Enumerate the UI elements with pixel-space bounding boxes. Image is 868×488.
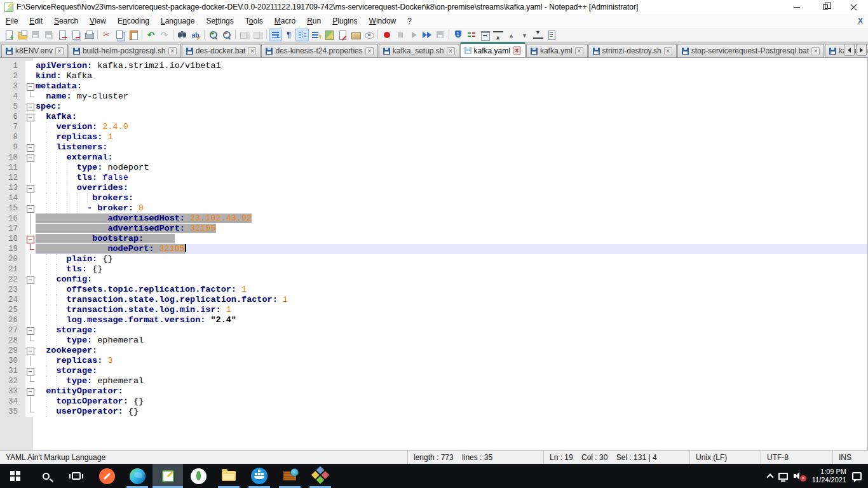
menu-item-view[interactable]: View bbox=[84, 15, 112, 27]
menu-item-macro[interactable]: Macro bbox=[269, 15, 301, 27]
task-view-button[interactable] bbox=[61, 464, 92, 488]
close-tab-icon[interactable]: × bbox=[575, 47, 583, 55]
macro-play-button[interactable] bbox=[407, 29, 420, 41]
postman-button[interactable] bbox=[92, 464, 122, 488]
collapse-all-button[interactable] bbox=[491, 29, 505, 41]
close-all-button[interactable] bbox=[69, 29, 82, 41]
code-line[interactable]: 13 overrides: bbox=[0, 183, 867, 193]
redo-button[interactable] bbox=[158, 29, 171, 41]
start-button[interactable] bbox=[0, 464, 31, 488]
fold-collapse-icon[interactable] bbox=[25, 366, 36, 376]
menu-item-settings[interactable]: Settings bbox=[200, 15, 239, 27]
code-line[interactable]: 12 tls: false bbox=[0, 173, 867, 183]
menu-item-run[interactable]: Run bbox=[301, 15, 327, 27]
paste-button[interactable] bbox=[126, 29, 140, 41]
code-line[interactable]: 23 offsets.topic.replication.factor: 1 bbox=[0, 285, 867, 295]
menu-item-window[interactable]: Window bbox=[363, 15, 402, 27]
document-list-button[interactable] bbox=[336, 29, 349, 41]
sync-vertical-button[interactable] bbox=[238, 29, 251, 41]
show-all-characters-button[interactable] bbox=[282, 29, 295, 41]
code-line[interactable]: 5spec: bbox=[0, 102, 867, 112]
volume-muted-icon[interactable]: × bbox=[794, 471, 806, 481]
document-map-button[interactable] bbox=[322, 29, 336, 41]
tab-des-docker-bat[interactable]: des-docker.bat× bbox=[182, 44, 261, 57]
fold-collapse-icon[interactable] bbox=[25, 112, 36, 122]
network-icon[interactable] bbox=[778, 473, 788, 480]
fold-collapse-icon[interactable] bbox=[25, 325, 36, 336]
close-tab-icon[interactable]: × bbox=[168, 47, 177, 55]
fold-collapse-icon[interactable] bbox=[25, 203, 36, 214]
close-button[interactable] bbox=[55, 29, 69, 41]
code-line[interactable]: 14 brokers: bbox=[0, 193, 867, 203]
code-line[interactable]: 31 storage: bbox=[0, 366, 867, 376]
bookmark-first-button[interactable] bbox=[451, 29, 465, 41]
menu-item-language[interactable]: Language bbox=[155, 15, 200, 27]
code-line[interactable]: 28 type: ephemeral bbox=[0, 336, 867, 346]
fold-collapse-icon[interactable] bbox=[25, 346, 36, 356]
tab-strimzi-destroy-sh[interactable]: strimzi-destroy.sh× bbox=[588, 44, 677, 57]
menu-item-item[interactable]: ? bbox=[402, 15, 417, 27]
tab-stop-servicerequest-postgresql-bat[interactable]: stop-servicerequest-Postgresql.bat× bbox=[677, 44, 824, 57]
macro-record-button[interactable] bbox=[380, 29, 393, 41]
fold-collapse-icon[interactable] bbox=[25, 81, 36, 92]
copy-button[interactable] bbox=[113, 29, 126, 41]
menu-item-edit[interactable]: Edit bbox=[24, 15, 48, 27]
code-line[interactable]: 32 type: ephemeral bbox=[0, 376, 867, 386]
folder-as-workspace-button[interactable] bbox=[349, 29, 362, 41]
sync-horizontal-button[interactable] bbox=[251, 29, 264, 41]
code-line[interactable]: 29 zookeeper: bbox=[0, 346, 867, 356]
close-tab-icon[interactable]: × bbox=[447, 47, 455, 55]
document-color-button[interactable] bbox=[545, 29, 558, 41]
macro-run-multiple-button[interactable] bbox=[420, 29, 433, 41]
find-button[interactable] bbox=[175, 29, 189, 41]
fold-collapse-icon[interactable] bbox=[25, 152, 36, 163]
code-line[interactable]: 24 transaction.state.log.replication.fac… bbox=[0, 295, 867, 305]
tray-chevron-icon[interactable] bbox=[766, 473, 773, 480]
action-center-icon[interactable] bbox=[852, 472, 862, 480]
save-button[interactable] bbox=[29, 29, 42, 41]
mongodb-button[interactable] bbox=[183, 464, 214, 488]
fold-level-button[interactable] bbox=[505, 29, 518, 41]
code-line[interactable]: 16 advertisedHost: 23.102.43.92 bbox=[0, 214, 867, 224]
menu-item-search[interactable]: Search bbox=[48, 15, 84, 27]
macro-stop-button[interactable] bbox=[393, 29, 407, 41]
print-button[interactable] bbox=[82, 29, 95, 41]
close-tab-icon[interactable]: × bbox=[664, 47, 672, 55]
code-line[interactable]: 17 advertisedPort: 32105 bbox=[0, 224, 867, 234]
function-list-button[interactable] bbox=[309, 29, 322, 41]
close-tab-icon[interactable]: × bbox=[248, 47, 256, 55]
open-file-button[interactable] bbox=[15, 29, 29, 41]
compare-results-button[interactable] bbox=[465, 29, 478, 41]
notepad-plus-plus-button[interactable] bbox=[153, 464, 183, 488]
menu-item-encoding[interactable]: Encoding bbox=[112, 15, 155, 27]
tab-kafka-setup-sh[interactable]: kafka_setup.sh× bbox=[379, 44, 459, 57]
close-document-icon[interactable]: X bbox=[858, 17, 863, 25]
cut-button[interactable] bbox=[100, 29, 113, 41]
code-line[interactable]: 1apiVersion: kafka.strimzi.io/v1beta1 bbox=[0, 61, 867, 71]
document-switcher-button[interactable] bbox=[478, 29, 491, 41]
code-line[interactable]: 20 plain: {} bbox=[0, 254, 867, 264]
menu-item-file[interactable]: File bbox=[0, 15, 24, 27]
fold-collapse-icon[interactable] bbox=[25, 142, 36, 152]
scroll-tabs-right-button[interactable] bbox=[856, 44, 867, 56]
file-explorer-button[interactable] bbox=[214, 464, 244, 488]
close-button[interactable] bbox=[839, 0, 868, 14]
code-line[interactable]: 19 nodePort: 32105 bbox=[0, 244, 867, 254]
tab-build-helm-postgresql-sh[interactable]: build-helm-postgresql.sh× bbox=[69, 44, 181, 57]
code-line[interactable]: 15 - broker: 0 bbox=[0, 203, 867, 214]
code-line[interactable]: 4 name: my-cluster bbox=[0, 92, 867, 102]
code-line[interactable]: 2kind: Kafka bbox=[0, 71, 867, 81]
undo-button[interactable] bbox=[144, 29, 158, 41]
code-line[interactable]: 11 type: nodeport bbox=[0, 163, 867, 173]
save-all-button[interactable] bbox=[42, 29, 55, 41]
fold-collapse-icon[interactable] bbox=[25, 274, 36, 285]
new-file-button[interactable] bbox=[2, 29, 15, 41]
code-line[interactable]: 35 userOperator: {} bbox=[0, 407, 867, 417]
fold-collapse-icon[interactable] bbox=[25, 102, 36, 112]
code-line[interactable]: 6 kafka: bbox=[0, 112, 867, 122]
restore-button[interactable] bbox=[811, 0, 839, 14]
fold-collapse-icon[interactable] bbox=[25, 183, 36, 193]
fold-collapse-icon[interactable] bbox=[25, 234, 36, 244]
diamond-app-button[interactable] bbox=[305, 464, 336, 488]
code-line[interactable]: 3metadata: bbox=[0, 81, 867, 92]
